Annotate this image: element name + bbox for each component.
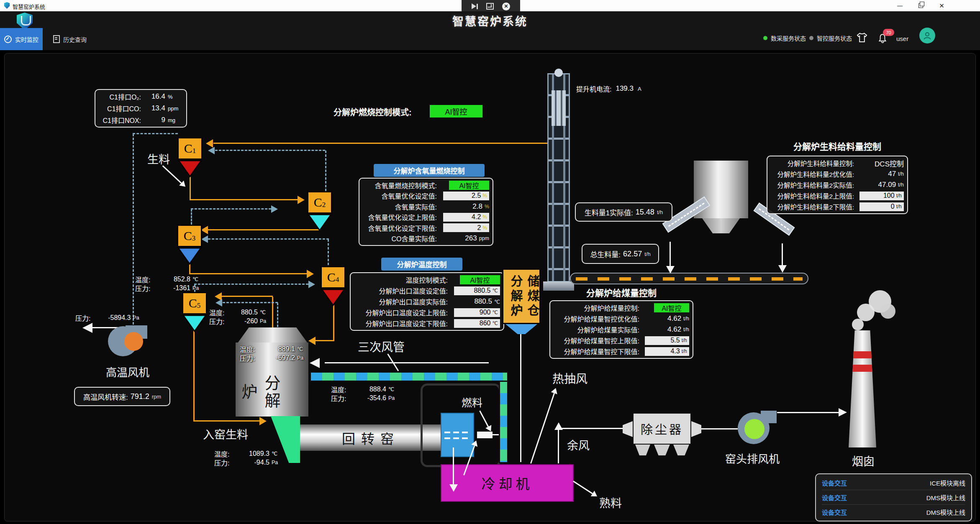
elevator-motor [554, 69, 563, 77]
event-row: 设备交互DMS模块上线 [822, 505, 965, 519]
tshirt-icon[interactable] [856, 32, 868, 43]
device-link[interactable]: 设备交互 [822, 508, 847, 516]
tab-realtime[interactable]: 实时监控 [0, 28, 43, 50]
head-fan-hub [744, 419, 765, 439]
elevator-window [552, 90, 566, 126]
co-actual-value: 263ppm [465, 234, 489, 243]
c1-outlet-gas-panel: C1排口O₂:16.4% C1排口CO:13.4ppm C1排口NOX:9mg [95, 89, 187, 128]
raw-total-box: 总生料量:62.57t/h [582, 244, 659, 264]
smart-service-status: 智控服务状态 [809, 33, 852, 43]
burner [477, 432, 493, 438]
cyclone-c4: C4 [321, 266, 346, 306]
gas-line [194, 284, 308, 285]
arrow [666, 266, 675, 274]
temp-lower-limit-input[interactable]: 860℃ [454, 319, 500, 328]
oxygen-mode-chip[interactable]: AI智控 [449, 181, 489, 190]
tab-history[interactable]: 历史查询 [47, 28, 93, 50]
flow-line [213, 143, 547, 144]
arrow [778, 265, 787, 273]
flow-line [193, 420, 260, 422]
combustion-mode-chip[interactable]: AI智控 [430, 105, 482, 118]
ht-fan-hub [124, 332, 143, 351]
close-button[interactable]: ✕ [932, 0, 951, 11]
gas-line [208, 238, 329, 240]
coal-lower-input[interactable]: 4.3t/h [645, 347, 689, 356]
temp-actual-value: 880.5℃ [474, 297, 500, 306]
hoist-current: 提升机电流:139.3A [576, 84, 641, 94]
minimize-button[interactable]: — [890, 0, 909, 11]
clinker-label: 熟料 [599, 494, 622, 511]
gas-line [215, 150, 325, 151]
dust-collector: 除尘器 [633, 413, 691, 445]
page-title: 智慧窑炉系统 [0, 13, 980, 29]
gas-line [191, 209, 192, 225]
hot-air-label: 热抽风 [552, 370, 587, 386]
temp-setpoint-input[interactable]: 880.5℃ [454, 286, 500, 295]
oxygen-lower-limit-input[interactable]: 2% [443, 223, 489, 232]
play-icon[interactable] [472, 3, 478, 9]
toolbar-close-icon[interactable]: ✕ [502, 3, 510, 10]
coal-line [520, 334, 521, 462]
history-icon [53, 35, 60, 43]
cyclone-body: C4 [321, 266, 346, 289]
arrow [206, 139, 213, 148]
raw-meal-upper-input[interactable]: 100t/h [859, 192, 904, 200]
coal-bunker: 分解炉 储煤仓 [502, 268, 541, 324]
flow-line-white [453, 447, 454, 484]
tertiary-readout: 温度:888.4℃ 压力:-354.6Pa [331, 385, 395, 402]
raw-meal-actual-value: 47.09t/h [878, 181, 904, 189]
monitor-icon [4, 36, 12, 43]
cyclone-c1: C1 [177, 137, 203, 177]
temp-panel-title: 分解炉温度控制 [381, 258, 462, 271]
resize-icon[interactable] [486, 3, 494, 10]
cooler-label: 冷却机 [482, 473, 533, 493]
dust-collector-label: 除尘器 [641, 420, 683, 437]
arrow [208, 147, 215, 154]
kiln-feed-label: 入窑生料 [203, 426, 248, 442]
app-icon [4, 2, 10, 9]
coal-mode-chip[interactable]: AI智控 [654, 303, 689, 312]
arrow [201, 235, 208, 243]
device-link[interactable]: 设备交互 [822, 493, 847, 502]
temp-upper-limit-input[interactable]: 900℃ [454, 308, 500, 317]
chimney-label: 烟囱 [852, 452, 875, 469]
raw-meal-panel-title: 分解炉生料给料量控制 [767, 140, 908, 152]
ht-fan-label: 高温风机 [106, 364, 149, 379]
oxygen-setpoint-input[interactable]: 2.5% [443, 192, 489, 200]
maximize-button[interactable] [911, 0, 930, 11]
arrow [307, 270, 314, 278]
c5-outlet-readout: 温度:880.5℃ 压力:-260Pa [209, 308, 266, 325]
flow-line [333, 304, 334, 341]
air-line [701, 428, 738, 429]
device-events-panel: 设备交互ICE模块离线 设备交互DMS模块上线 设备交互DMS模块上线 [815, 473, 972, 521]
daq-status-label: 数采服务状态 [771, 34, 806, 42]
smart-status-label: 智控服务状态 [817, 34, 852, 42]
bunker-label-col1: 分解炉 [507, 275, 524, 319]
raw-meal-mode: DCS控制 [875, 158, 904, 169]
raw-meal-lower-input[interactable]: 0t/h [859, 202, 904, 211]
combustion-mode-label: 分解炉燃烧控制模式: [334, 106, 412, 118]
cyclone-body: C1 [177, 137, 203, 160]
flow-line [208, 229, 320, 230]
raw-meal-panel: 分解炉生料给料量控制:DCS控制 分解炉生料给料量2优化值:47t/h 分解炉生… [767, 156, 908, 214]
event-row: 设备交互DMS模块上线 [822, 491, 965, 505]
restore-icon [918, 3, 923, 8]
oxygen-actual-value: 2.8% [472, 202, 489, 211]
feed-line [670, 242, 671, 267]
conveyor-belt [570, 273, 808, 284]
cyclone-body: C5 [182, 292, 207, 314]
flow-line [190, 176, 191, 200]
temp-mode-chip[interactable]: AI智控 [460, 275, 500, 284]
daq-service-status: 数采服务状态 [763, 33, 806, 43]
c1-co-row: C1排口CO:13.4ppm [99, 102, 183, 114]
cyclone-cone [182, 314, 207, 332]
air-line [325, 362, 489, 363]
oxygen-upper-limit-input[interactable]: 4.2% [443, 213, 489, 222]
raw-meal-label: 生料 [147, 151, 170, 167]
avatar[interactable] [919, 28, 935, 43]
cyclone-cone [177, 247, 202, 265]
coal-upper-input[interactable]: 5.5t/h [645, 336, 689, 345]
device-link[interactable]: 设备交互 [822, 478, 847, 487]
bucket-elevator [547, 73, 570, 282]
notification-badge: 70 [883, 29, 894, 36]
